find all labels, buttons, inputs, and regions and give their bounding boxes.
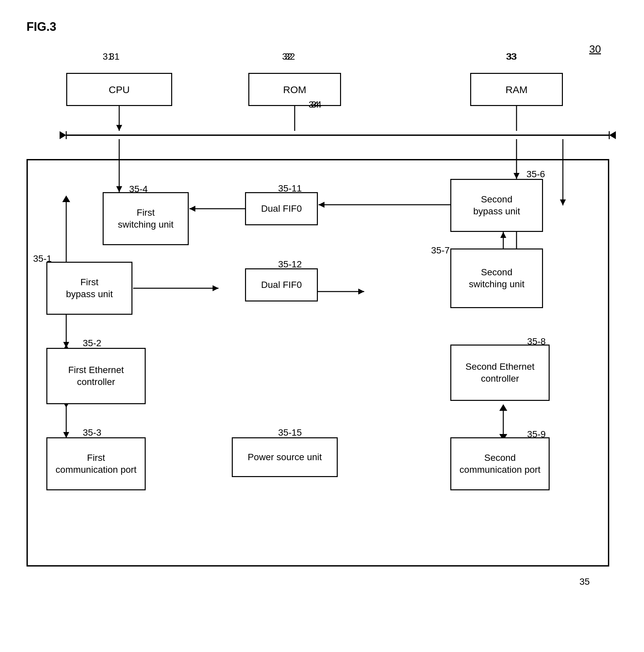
second-communication-port: Second communication port	[450, 437, 550, 490]
ref-351: 35-1	[33, 253, 52, 264]
first-switching-unit: First switching unit	[103, 192, 189, 245]
ref-34-label: 34	[309, 100, 319, 110]
ref-3515: 35-15	[278, 427, 302, 438]
ref-3512: 35-12	[278, 259, 302, 270]
ref-359: 35-9	[527, 429, 545, 440]
dual-fifo-2: Dual FIF0	[245, 268, 318, 301]
ref-352: 35-2	[83, 338, 101, 349]
ref-357: 35-7	[431, 245, 450, 256]
first-ethernet-controller: First Ethernet controller	[46, 348, 146, 404]
cpu-block: CPU	[66, 73, 172, 106]
ref-356: 35-6	[527, 169, 545, 180]
second-ethernet-controller: Second Ethernet controller	[450, 345, 550, 401]
ref-3511: 35-11	[278, 183, 302, 194]
ref-32-label: 32	[282, 51, 292, 62]
ref-33-label: 33	[506, 51, 516, 62]
first-communication-port: First communication port	[46, 437, 146, 490]
ref-358: 35-8	[527, 336, 545, 347]
ref-31-label: 31	[103, 51, 113, 62]
svg-marker-6	[609, 131, 616, 139]
svg-marker-5	[60, 131, 66, 139]
ref-353: 35-3	[83, 427, 101, 438]
ram-block: RAM	[470, 73, 563, 106]
ref-35: 35	[580, 576, 590, 587]
first-bypass-unit: First bypass unit	[46, 262, 133, 315]
second-bypass-unit: Second bypass unit	[450, 179, 543, 232]
ref-354: 35-4	[129, 184, 148, 194]
second-switching-unit: Second switching unit	[450, 248, 543, 308]
dual-fifo-1: Dual FIF0	[245, 192, 318, 225]
power-source-unit: Power source unit	[232, 437, 338, 477]
ref-30: 30	[589, 43, 601, 55]
rom-block: ROM	[248, 73, 341, 106]
fig-label: FIG.3	[27, 20, 56, 34]
